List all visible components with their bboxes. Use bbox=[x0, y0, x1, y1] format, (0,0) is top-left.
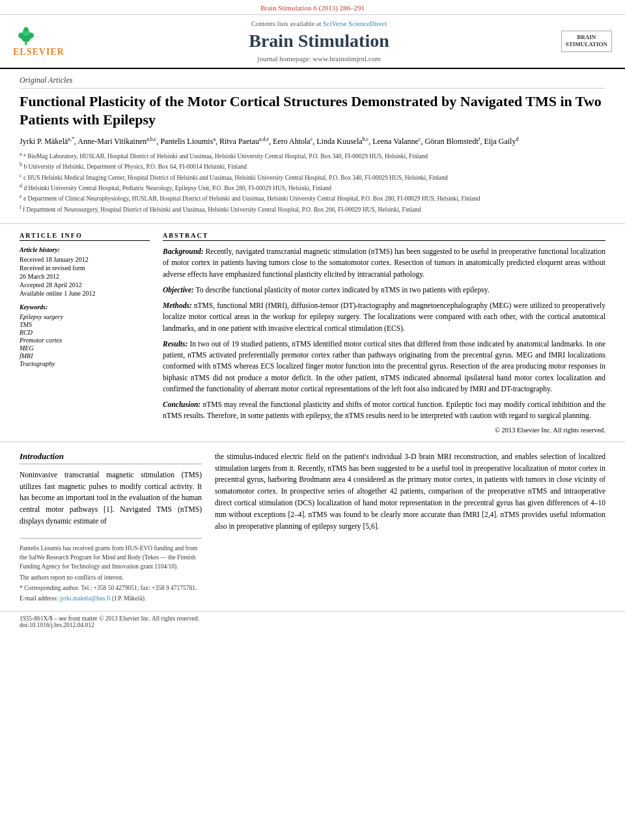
background-label: Background: bbox=[163, 247, 204, 255]
citation-text: Brain Stimulation 6 (2013) 286–291 bbox=[260, 4, 365, 12]
objective-text: To describe functional plasticity of mot… bbox=[194, 286, 490, 294]
keyword-5: MEG bbox=[20, 344, 150, 352]
journal-header-center: Contents lists available at SciVerse Sci… bbox=[91, 20, 547, 63]
journal-header-right: BRAIN STIMULATION bbox=[547, 31, 612, 52]
svg-point-5 bbox=[23, 27, 28, 32]
keyword-3: RCD bbox=[20, 329, 150, 336]
affil-b: b b University of Helsinki, Department o… bbox=[20, 161, 605, 171]
abstract-methods: Methods: nTMS, functional MRI (fMRI), di… bbox=[163, 300, 605, 334]
elsevier-wordmark: ELSEVIER bbox=[13, 47, 64, 57]
email-link[interactable]: jyrki.makela@hus.fi bbox=[60, 595, 111, 602]
conclusion-label: Conclusion: bbox=[163, 400, 201, 408]
issn-text: 1935-861X/$ – see front matter © 2013 El… bbox=[20, 615, 199, 622]
keyword-4: Premotor cortex bbox=[20, 337, 150, 344]
objective-label: Objective: bbox=[163, 286, 194, 294]
keywords-heading: Keywords: bbox=[20, 303, 150, 311]
affil-a: a ᵃ BioMag Laboratory, HUSLAB, Hospital … bbox=[20, 150, 605, 161]
journal-header: ELSEVIER Contents lists available at Sci… bbox=[0, 15, 625, 69]
affil-e: e e Department of Clinical Neurophysiolo… bbox=[20, 193, 605, 203]
background-text: Recently, navigated transcranial magneti… bbox=[163, 247, 605, 278]
authors: Jyrki P. Mäkeläa,*, Anne-Mari Vitikainen… bbox=[20, 136, 605, 147]
article-info-col: ARTICLE INFO Article history: Received 1… bbox=[20, 232, 150, 434]
journal-header-left: ELSEVIER bbox=[13, 25, 91, 57]
history-heading: Article history: bbox=[20, 246, 150, 253]
conclusion-text: nTMS may reveal the functional plasticit… bbox=[163, 400, 605, 419]
homepage-url[interactable]: www.brainstimjrnl.com bbox=[312, 55, 380, 63]
homepage-label: journal homepage: bbox=[257, 55, 312, 63]
introduction-heading: Introduction bbox=[20, 451, 202, 464]
abstract-objective: Objective: To describe functional plasti… bbox=[163, 285, 605, 296]
abstract-col: ABSTRACT Background: Recently, navigated… bbox=[163, 232, 605, 434]
affil-d: d d Helsinki University Central Hospital… bbox=[20, 182, 605, 193]
abstract-heading: ABSTRACT bbox=[163, 232, 605, 241]
journal-title: Brain Stimulation bbox=[91, 30, 547, 52]
badge-line2: STIMULATION bbox=[566, 41, 607, 49]
footnote-section: Pantelis Lioumis has received grants fro… bbox=[20, 538, 202, 604]
results-label: Results: bbox=[163, 340, 188, 348]
abstract-background: Background: Recently, navigated transcra… bbox=[163, 246, 605, 280]
methods-label: Methods: bbox=[163, 301, 192, 309]
accepted-row: Accepted 28 April 2012 bbox=[20, 281, 150, 288]
doi-text: doi:10.1016/j.brs.2012.04.012 bbox=[20, 622, 94, 628]
revised-date: 26 March 2012 bbox=[20, 273, 150, 280]
footnote-corresponding: * Corresponding author. Tel.: +358 50 42… bbox=[20, 583, 202, 593]
affil-f: f f Department of Neurosurgery, Hospital… bbox=[20, 204, 605, 214]
methods-text: nTMS, functional MRI (fMRI), diffusion-t… bbox=[163, 301, 605, 332]
online-row: Available online 1 June 2012 bbox=[20, 290, 150, 297]
sciverse-line: Contents lists available at SciVerse Sci… bbox=[91, 20, 547, 27]
affil-c: c c HUS Helsinki Medical Imaging Center,… bbox=[20, 172, 605, 182]
footnote-funding: Pantelis Lioumis has received grants fro… bbox=[20, 544, 202, 572]
introduction-right: the stimulus-induced electric field on t… bbox=[215, 451, 605, 605]
sciverse-prefix: Contents lists available at bbox=[251, 20, 323, 27]
keyword-6: fMRI bbox=[20, 352, 150, 359]
footnote-email: E-mail address: jyrki.makela@hus.fi (J.P… bbox=[20, 594, 202, 603]
introduction-left: Introduction Noninvasive transcranial ma… bbox=[20, 451, 202, 605]
footnote-conflict: The authors report no conflicts of inter… bbox=[20, 573, 202, 582]
abstract-results: Results: In two out of 19 studied patien… bbox=[163, 339, 605, 395]
article-section: Original Articles Functional Plasticity … bbox=[0, 69, 625, 225]
intro-para-1: Noninvasive transcranial magnetic stimul… bbox=[20, 469, 202, 527]
section-label: Original Articles bbox=[20, 76, 605, 89]
keyword-2: TMS bbox=[20, 321, 150, 328]
intro-para-2: the stimulus-induced electric field on t… bbox=[215, 451, 605, 533]
badge-line1: BRAIN bbox=[566, 34, 607, 42]
abstract-conclusion: Conclusion: nTMS may reveal the function… bbox=[163, 399, 605, 422]
keyword-7: Tractography bbox=[20, 360, 150, 367]
article-info-heading: ARTICLE INFO bbox=[20, 232, 150, 241]
journal-badge: BRAIN STIMULATION bbox=[561, 31, 612, 52]
article-title: Functional Plasticity of the Motor Corti… bbox=[20, 92, 605, 130]
citation-bar: Brain Stimulation 6 (2013) 286–291 bbox=[0, 0, 625, 15]
copyright-line: © 2013 Elsevier Inc. All rights reserved… bbox=[163, 427, 605, 434]
elsevier-tree-icon bbox=[13, 25, 39, 46]
introduction-section: Introduction Noninvasive transcranial ma… bbox=[0, 442, 625, 605]
affiliations: a ᵃ BioMag Laboratory, HUSLAB, Hospital … bbox=[20, 150, 605, 214]
elsevier-logo: ELSEVIER bbox=[13, 25, 72, 57]
keywords-section: Keywords: Epilepsy surgery TMS RCD Premo… bbox=[20, 303, 150, 367]
journal-homepage: journal homepage: www.brainstimjrnl.com bbox=[91, 55, 547, 63]
two-col-section: ARTICLE INFO Article history: Received 1… bbox=[0, 224, 625, 442]
received-row: Received 18 January 2012 bbox=[20, 256, 150, 263]
bottom-bar: 1935-861X/$ – see front matter © 2013 El… bbox=[0, 611, 625, 632]
revised-label: Received in revised form bbox=[20, 264, 150, 272]
sciverse-link[interactable]: SciVerse ScienceDirect bbox=[323, 20, 387, 27]
results-text: In two out of 19 studied patients, nTMS … bbox=[163, 340, 605, 393]
keyword-1: Epilepsy surgery bbox=[20, 313, 150, 320]
